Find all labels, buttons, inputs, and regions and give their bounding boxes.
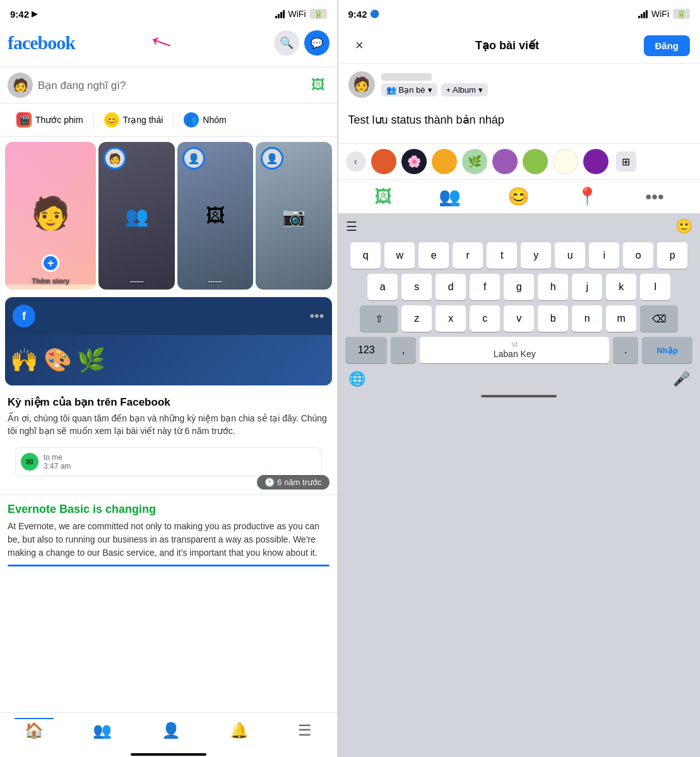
location-btn[interactable]: 📍 — [576, 186, 598, 207]
reel-button[interactable]: 🎬 Thước phim — [8, 107, 92, 132]
group-label: Nhóm — [203, 115, 226, 125]
memories-text-section: Kỳ niệm của bạn trên Facebook Ấn ơi, chú… — [0, 388, 337, 445]
bg-color-orange[interactable] — [371, 149, 396, 174]
post-button[interactable]: Đăng — [644, 35, 691, 56]
bg-picker: ‹ 🌸 🌿 ⊞ — [338, 143, 700, 179]
keyboard-menu-icon[interactable]: ☰ — [346, 219, 357, 234]
bg-color-dark-flower[interactable]: 🌸 — [401, 149, 427, 174]
numbers-key[interactable]: 123 — [345, 337, 387, 363]
key-o[interactable]: o — [623, 242, 653, 269]
key-q[interactable]: q — [350, 242, 381, 269]
keyboard-row-4: 123 , VI Laban Key . Nhập — [341, 337, 697, 363]
key-d[interactable]: d — [436, 274, 466, 300]
story-card-4[interactable]: 👤 📷 — [256, 142, 331, 290]
key-c[interactable]: c — [470, 305, 500, 332]
key-b[interactable]: b — [538, 305, 568, 332]
bg-color-violet[interactable] — [583, 149, 608, 174]
key-f[interactable]: f — [470, 274, 500, 300]
period-key[interactable]: . — [613, 337, 638, 363]
keyboard-row-2: a s d f g h j k l — [341, 274, 697, 300]
audience-button[interactable]: 👥 Bạn bè ▾ — [381, 83, 437, 97]
time-left: 9:42 ▶ — [10, 9, 37, 20]
key-g[interactable]: g — [504, 274, 534, 300]
keyboard-emoji-icon[interactable]: 🙂 — [675, 218, 692, 235]
photo-media-btn[interactable]: 🖼 — [374, 186, 392, 207]
key-s[interactable]: s — [401, 274, 432, 300]
backspace-key[interactable]: ⌫ — [640, 305, 678, 332]
friends-icon: 👥 — [386, 85, 396, 95]
key-r[interactable]: r — [453, 242, 483, 269]
memories-main-title: Kỳ niệm của bạn trên Facebook — [8, 396, 329, 409]
nav-friends[interactable]: 👥 — [83, 719, 122, 742]
post-placeholder-text[interactable]: Bạn đang nghĩ gì? — [38, 79, 302, 92]
key-l[interactable]: l — [640, 274, 670, 300]
story-card-3[interactable]: 👤 🖼 ------ — [177, 142, 253, 290]
evernote-title: Evernote Basic is changing — [8, 503, 329, 516]
key-x[interactable]: x — [436, 305, 466, 332]
comma-key[interactable]: , — [391, 337, 416, 363]
mic-icon[interactable]: 🎤 — [673, 371, 690, 387]
key-u[interactable]: u — [555, 242, 585, 269]
bottom-nav: 🏠 👥 👤 🔔 ☰ — [0, 712, 337, 748]
more-options-btn[interactable]: ••• — [645, 187, 663, 207]
group-icon: 👥 — [184, 112, 199, 127]
nav-menu[interactable]: ☰ — [288, 719, 322, 742]
key-j[interactable]: j — [572, 274, 602, 300]
story-card-main[interactable]: 🧑 + Thêm story — [5, 142, 96, 290]
photo-button[interactable]: 🖼 — [307, 74, 329, 97]
status-button[interactable]: 😊 Trạng thái — [95, 107, 172, 132]
nav-profile[interactable]: 👤 — [151, 719, 191, 742]
messenger-button[interactable]: 💬 — [304, 30, 329, 56]
composer-author: 🧑 👥 Bạn bè ▾ + Album ▾ — [338, 64, 700, 105]
key-p[interactable]: p — [657, 242, 687, 269]
signal-bar-1 — [275, 16, 277, 18]
status-label: Trạng thái — [123, 115, 163, 125]
memories-more-icon: ••• — [309, 308, 324, 324]
bg-color-amber[interactable] — [432, 149, 457, 174]
album-button[interactable]: + Album ▾ — [441, 83, 488, 97]
tag-people-btn[interactable]: 👥 — [439, 186, 461, 207]
space-key[interactable]: VI Laban Key — [420, 337, 609, 363]
to-me-text: to me — [44, 453, 71, 462]
enter-key[interactable]: Nhập — [642, 337, 692, 363]
email-preview: ✉ to me 3:47 am — [15, 447, 322, 476]
signal-bar-r3 — [643, 12, 645, 18]
key-a[interactable]: a — [367, 274, 398, 300]
add-story-btn[interactable]: + — [42, 254, 59, 272]
key-h[interactable]: h — [538, 274, 568, 300]
key-y[interactable]: y — [521, 242, 551, 269]
time-badge-text: 6 năm trước — [277, 478, 321, 487]
search-button[interactable]: 🔍 — [274, 30, 299, 56]
group-button[interactable]: 👥 Nhóm — [175, 107, 235, 132]
key-m[interactable]: m — [606, 305, 636, 332]
signal-icon-right — [638, 10, 648, 18]
story-card-2[interactable]: 🧑 👥 ------ — [98, 142, 174, 290]
nav-bell[interactable]: 🔔 — [220, 719, 259, 742]
key-v[interactable]: v — [504, 305, 534, 332]
key-n[interactable]: n — [572, 305, 602, 332]
evernote-text: At Evernote, we are committed not only t… — [8, 520, 329, 560]
nav-home[interactable]: 🏠 — [15, 718, 54, 742]
post-input-row[interactable]: 🧑 Bạn đang nghĩ gì? 🖼 — [0, 67, 337, 103]
status-icons-right: WiFi 🔋 — [638, 9, 690, 19]
key-z[interactable]: z — [401, 305, 432, 332]
bg-color-yellow[interactable] — [553, 149, 578, 174]
key-w[interactable]: w — [384, 242, 415, 269]
composer-text-area[interactable]: Test lưu status thành bản nháp — [338, 105, 700, 143]
memories-card: f ••• 🙌 🎨 🌿 — [5, 297, 332, 385]
globe-icon[interactable]: 🌐 — [348, 371, 365, 387]
bg-color-nature[interactable]: 🌿 — [462, 149, 487, 174]
key-t[interactable]: t — [487, 242, 517, 269]
feeling-btn[interactable]: 😊 — [507, 186, 530, 207]
status-bar-right: 9:42 🔵 WiFi 🔋 — [338, 0, 700, 28]
bg-picker-arrow[interactable]: ‹ — [346, 151, 366, 172]
shift-key[interactable]: ⇧ — [360, 305, 398, 332]
key-k[interactable]: k — [606, 274, 636, 300]
bg-grid-button[interactable]: ⊞ — [616, 151, 636, 172]
story-avatar-3: 👤 — [182, 147, 205, 170]
bg-color-green[interactable] — [523, 149, 548, 174]
bg-color-purple[interactable] — [492, 149, 518, 174]
key-i[interactable]: i — [589, 242, 619, 269]
close-button[interactable]: × — [348, 34, 371, 57]
key-e[interactable]: e — [418, 242, 449, 269]
